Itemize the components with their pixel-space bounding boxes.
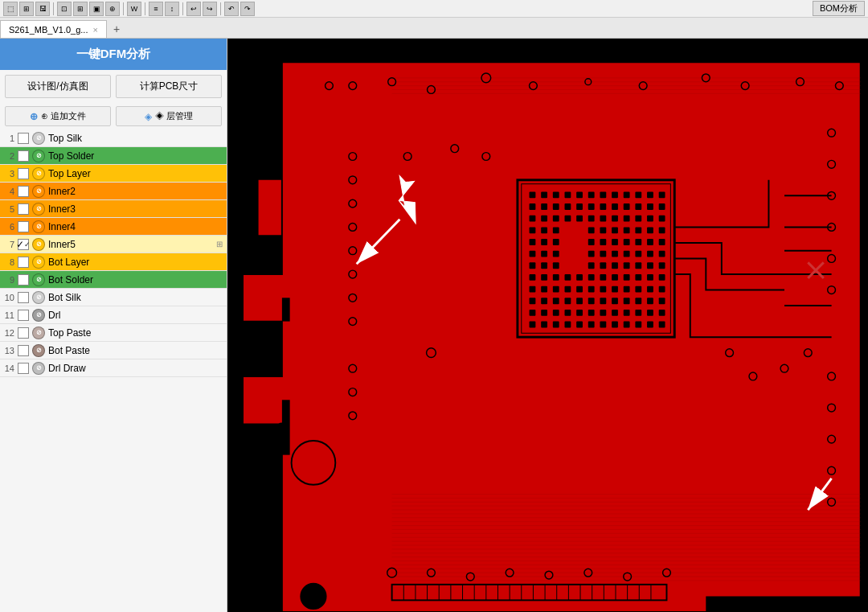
svg-rect-116: [612, 274, 618, 281]
layer-checkbox[interactable]: [18, 345, 29, 356]
layer-row[interactable]: 5 ⊘ Inner3: [0, 200, 227, 218]
add-file-button[interactable]: ⊕ ⊕ 追加文件: [5, 106, 111, 126]
layer-expand-icon[interactable]: ⊞: [214, 240, 225, 248]
layer-row[interactable]: 1 ⊘ Top Silk: [0, 129, 227, 147]
toolbar-sep-5: [220, 2, 221, 15]
svg-rect-111: [553, 274, 559, 281]
toolbar-icon-11[interactable]: ↩: [186, 2, 201, 16]
layer-name: Top Solder: [47, 150, 225, 162]
toolbar-icon-4[interactable]: ⊡: [57, 2, 72, 16]
tab-main[interactable]: S261_MB_V1.0_g... ×: [0, 20, 107, 38]
layer-row[interactable]: 9 ⊘ Bot Solder: [0, 271, 227, 289]
svg-rect-73: [600, 227, 606, 233]
layer-mgr-label: ◈ 层管理: [155, 110, 193, 122]
layer-row[interactable]: 2 ⊘ Top Solder: [0, 147, 227, 165]
tab-add-button[interactable]: +: [107, 20, 126, 38]
layer-checkbox[interactable]: [18, 310, 29, 321]
layer-vis[interactable]: ⊘: [32, 203, 45, 216]
svg-rect-79: [530, 239, 536, 245]
bom-button[interactable]: BOM分析: [813, 1, 865, 16]
layer-vis[interactable]: ⊘: [32, 167, 45, 180]
toolbar-icon-14[interactable]: ↷: [240, 2, 255, 16]
layer-row[interactable]: 12 ⊘ Top Paste: [0, 324, 227, 342]
add-file-label: ⊕ 追加文件: [41, 110, 86, 122]
layer-checkbox[interactable]: [18, 257, 29, 268]
svg-rect-118: [635, 274, 641, 281]
svg-rect-53: [624, 203, 630, 210]
toolbar-icon-3[interactable]: 🖫: [35, 2, 50, 16]
svg-rect-165: [624, 322, 630, 328]
layer-vis[interactable]: ⊘: [32, 185, 45, 198]
toolbar-icon-5[interactable]: ⊞: [73, 2, 88, 16]
svg-rect-48: [564, 203, 571, 210]
toolbar-icon-1[interactable]: ⬚: [3, 2, 18, 16]
svg-rect-133: [530, 298, 536, 304]
layer-row[interactable]: 7 ✓ ⊘ Inner5 ⊞: [0, 236, 227, 253]
layer-checkbox[interactable]: [18, 186, 29, 197]
layer-num: 3: [2, 169, 16, 179]
layer-num: 11: [2, 310, 16, 320]
layer-num: 13: [2, 346, 16, 355]
svg-rect-44: [659, 191, 665, 198]
toolbar-icon-12[interactable]: ↪: [203, 2, 217, 16]
layer-row[interactable]: 14 ⊘ Drl Draw: [0, 359, 227, 377]
layer-checkbox[interactable]: [18, 168, 29, 179]
toolbar-icon-10[interactable]: ↕: [165, 2, 179, 16]
layer-num: 10: [2, 293, 16, 302]
calc-pcb-button[interactable]: 计算PCB尺寸: [116, 75, 222, 98]
layers-icon: ◈: [145, 111, 152, 122]
svg-rect-141: [624, 298, 630, 304]
layer-vis[interactable]: ⊘: [32, 362, 45, 375]
layer-checkbox[interactable]: [18, 292, 29, 303]
layer-row[interactable]: 10 ⊘ Bot Silk: [0, 289, 227, 306]
toolbar-icon-9[interactable]: ≡: [149, 2, 163, 16]
svg-rect-92: [588, 251, 595, 257]
layer-vis[interactable]: ⊘: [32, 256, 45, 269]
svg-rect-158: [541, 322, 547, 328]
toolbar-icon-6[interactable]: ▣: [89, 2, 104, 16]
layer-vis[interactable]: ⊘: [32, 238, 45, 251]
layer-vis[interactable]: ⊘: [32, 309, 45, 322]
toolbar-icon-13[interactable]: ↶: [224, 2, 239, 16]
layer-checkbox[interactable]: [18, 203, 29, 215]
svg-rect-119: [647, 274, 653, 281]
layer-row[interactable]: 6 ⊘ Inner4: [0, 218, 227, 236]
layer-vis[interactable]: ⊘: [32, 327, 45, 339]
design-sim-button[interactable]: 设计图/仿真图: [5, 75, 111, 98]
layer-vis[interactable]: ⊘: [32, 273, 45, 286]
layer-row[interactable]: 8 ⊘ Bot Layer: [0, 253, 227, 271]
layer-manager-button[interactable]: ◈ ◈ 层管理: [116, 106, 222, 126]
toolbar-icon-2[interactable]: ⊞: [19, 2, 34, 16]
layer-vis[interactable]: ⊘: [32, 344, 45, 357]
layer-checkbox[interactable]: ✓: [18, 239, 29, 250]
layer-vis[interactable]: ⊘: [32, 132, 45, 145]
layer-vis[interactable]: ⊘: [32, 291, 45, 304]
layer-checkbox[interactable]: [18, 150, 29, 162]
layer-name: Bot Solder: [47, 274, 225, 285]
layer-row[interactable]: 11 ⊘ Drl: [0, 306, 227, 324]
toolbar-icon-7[interactable]: ⊕: [105, 2, 120, 16]
svg-rect-112: [564, 274, 571, 281]
layer-row[interactable]: 4 ⊘ Inner2: [0, 183, 227, 200]
toolbar-icon-8[interactable]: W: [127, 2, 141, 16]
main-area: 一键DFM分析 设计图/仿真图 计算PCB尺寸 ⊕ ⊕ 追加文件 ◈ ◈ 层管理…: [0, 39, 868, 612]
layer-vis[interactable]: ⊘: [32, 220, 45, 233]
layer-checkbox[interactable]: [18, 133, 29, 144]
svg-rect-36: [564, 191, 571, 198]
layer-checkbox[interactable]: [18, 327, 29, 339]
svg-rect-100: [541, 262, 547, 269]
layer-checkbox[interactable]: [18, 274, 29, 285]
layer-row[interactable]: 13 ⊘ Bot Paste: [0, 342, 227, 359]
layer-vis[interactable]: ⊘: [32, 150, 45, 162]
tab-close-icon[interactable]: ×: [92, 25, 97, 35]
layer-checkbox[interactable]: [18, 363, 29, 374]
layer-checkbox[interactable]: [18, 221, 29, 232]
pcb-canvas[interactable]: [227, 39, 868, 612]
svg-rect-72: [588, 227, 595, 233]
svg-rect-144: [659, 298, 665, 304]
layer-row[interactable]: 3 ⊘ Top Layer: [0, 165, 227, 183]
svg-rect-142: [635, 298, 641, 304]
svg-rect-77: [647, 227, 653, 233]
svg-rect-123: [553, 286, 559, 293]
svg-rect-115: [600, 274, 606, 281]
